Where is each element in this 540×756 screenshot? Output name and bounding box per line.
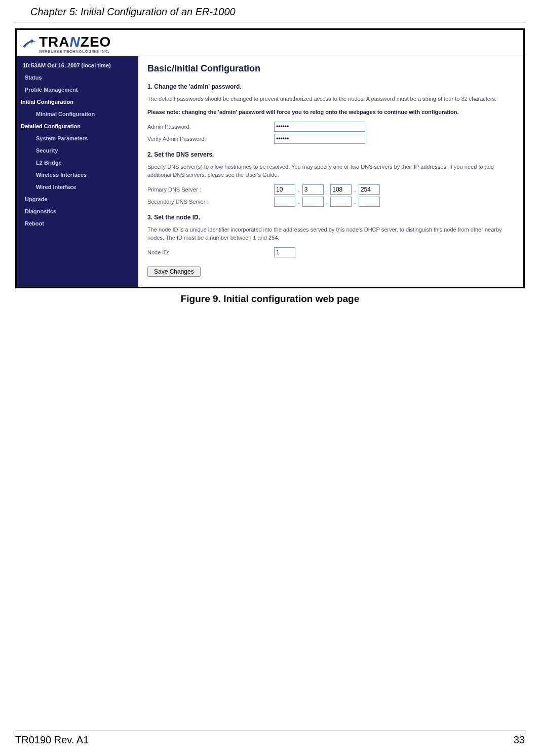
section1-desc: The default passwords should be changed … [147, 95, 514, 103]
verify-password-input[interactable] [274, 134, 365, 144]
primary-dns-octet2[interactable] [302, 184, 324, 195]
sidebar-section-initial: Initial Configuration [17, 96, 138, 108]
admin-password-input[interactable] [274, 122, 365, 132]
sidebar: 10:53AM Oct 16, 2007 (local time) Status… [17, 56, 138, 287]
verify-password-label: Verify Admin Password: [147, 136, 274, 142]
figure-screenshot: TRANZEO WIRELESS TECHNOLOGIES INC. 10:53… [15, 28, 525, 288]
ip-dot: . [295, 185, 302, 193]
footer-left: TR0190 Rev. A1 [15, 734, 89, 746]
secondary-dns-label: Secondary DNS Server : [147, 199, 274, 205]
primary-dns-octet3[interactable] [330, 184, 352, 195]
save-changes-button[interactable]: Save Changes [147, 267, 201, 277]
primary-dns-octet1[interactable] [274, 184, 295, 195]
sidebar-item-wireless[interactable]: Wireless Interfaces [17, 169, 138, 181]
primary-dns-label: Primary DNS Server : [147, 186, 274, 193]
brand-bar: TRANZEO WIRELESS TECHNOLOGIES INC. [17, 30, 523, 56]
ip-dot: . [324, 198, 331, 205]
sidebar-item-upgrade[interactable]: Upgrade [17, 193, 138, 205]
secondary-dns-octet1[interactable] [274, 197, 295, 207]
brand-pre: TRA [39, 34, 70, 50]
ip-dot: . [295, 198, 302, 205]
primary-dns-octet4[interactable] [359, 184, 380, 195]
page-title: Basic/Initial Configuration [147, 63, 514, 74]
section3-desc: The node ID is a unique identifier incor… [147, 226, 514, 242]
brand-post: ZEO [81, 34, 111, 50]
admin-password-label: Admin Password: [147, 124, 274, 130]
secondary-dns-octet2[interactable] [302, 197, 324, 207]
ip-dot: . [352, 185, 359, 193]
sidebar-item-reboot[interactable]: Reboot [17, 217, 138, 230]
page-header: Chapter 5: Initial Configuration of an E… [15, 0, 525, 22]
brand-swoosh-icon [22, 36, 37, 52]
brand-sub: WIRELESS TECHNOLOGIES INC. [39, 49, 111, 54]
brand-mid: N [70, 34, 81, 50]
svg-point-0 [30, 40, 33, 43]
sidebar-item-wired[interactable]: Wired Interface [17, 181, 138, 193]
secondary-dns-octet4[interactable] [359, 197, 380, 207]
section2-heading: 2. Set the DNS servers. [147, 151, 514, 158]
node-id-input[interactable] [274, 247, 295, 257]
node-id-label: Node ID: [147, 249, 274, 255]
sidebar-item-security[interactable]: Security [17, 144, 138, 157]
sidebar-item-status[interactable]: Status [17, 71, 138, 84]
section1-note: Please note: changing the 'admin' passwo… [147, 108, 514, 117]
footer-right: 33 [514, 734, 525, 746]
page-footer: TR0190 Rev. A1 33 [15, 731, 525, 746]
sidebar-time: 10:53AM Oct 16, 2007 (local time) [17, 59, 138, 71]
sidebar-item-profile[interactable]: Profile Management [17, 84, 138, 96]
ip-dot: . [324, 185, 331, 193]
sidebar-item-minimal[interactable]: Minimal Configuration [17, 108, 138, 120]
main-content: Basic/Initial Configuration 1. Change th… [138, 56, 523, 287]
sidebar-item-sysparams[interactable]: System Parameters [17, 132, 138, 144]
section2-desc: Specify DNS server(s) to allow hostnames… [147, 163, 514, 179]
sidebar-section-detailed: Detailed Configuration [17, 120, 138, 132]
section3-heading: 3. Set the node ID. [147, 214, 514, 221]
sidebar-item-diagnostics[interactable]: Diagnostics [17, 205, 138, 217]
sidebar-item-l2bridge[interactable]: L2 Bridge [17, 157, 138, 169]
secondary-dns-octet3[interactable] [330, 197, 352, 207]
brand-logo: TRANZEO WIRELESS TECHNOLOGIES INC. [22, 34, 518, 54]
figure-caption: Figure 9. Initial configuration web page [0, 293, 540, 305]
section1-heading: 1. Change the 'admin' password. [147, 83, 514, 90]
ip-dot: . [352, 198, 359, 205]
